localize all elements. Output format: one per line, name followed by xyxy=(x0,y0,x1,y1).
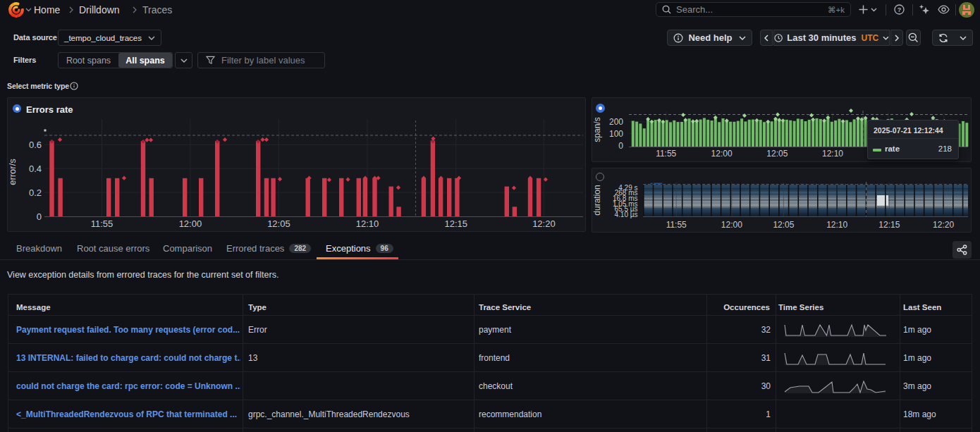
svg-text:12:15: 12:15 xyxy=(445,218,468,229)
svg-text:0: 0 xyxy=(37,211,42,222)
svg-text:12:05: 12:05 xyxy=(267,218,290,229)
svg-text:0: 0 xyxy=(618,141,623,151)
svg-text:200: 200 xyxy=(609,117,623,127)
svg-text:?: ? xyxy=(898,6,902,13)
svg-text:12:05: 12:05 xyxy=(766,149,788,159)
svg-text:12:00: 12:00 xyxy=(179,218,202,229)
svg-text:0.4: 0.4 xyxy=(29,163,42,174)
svg-text:12:10: 12:10 xyxy=(826,220,847,230)
svg-text:0.6: 0.6 xyxy=(29,140,42,150)
svg-text:duration: duration xyxy=(592,185,602,215)
svg-text:100: 100 xyxy=(609,129,623,139)
svg-text:12:10: 12:10 xyxy=(356,218,379,229)
svg-text:12:10: 12:10 xyxy=(822,149,843,159)
svg-text:11:55: 11:55 xyxy=(91,218,114,229)
svg-text:span/s: span/s xyxy=(592,117,602,142)
svg-text:12:00: 12:00 xyxy=(721,220,742,230)
svg-text:12:15: 12:15 xyxy=(878,220,900,230)
svg-text:0.2: 0.2 xyxy=(29,187,42,198)
svg-text:error/s: error/s xyxy=(8,159,18,185)
svg-text:11:55: 11:55 xyxy=(666,220,687,230)
svg-text:12:20: 12:20 xyxy=(532,218,556,229)
svg-text:12:20: 12:20 xyxy=(933,220,954,230)
svg-text:11:55: 11:55 xyxy=(656,149,676,159)
svg-text:12:00: 12:00 xyxy=(711,149,733,159)
svg-text:12:05: 12:05 xyxy=(773,220,794,230)
svg-text:4.10 µs: 4.10 µs xyxy=(614,211,637,218)
